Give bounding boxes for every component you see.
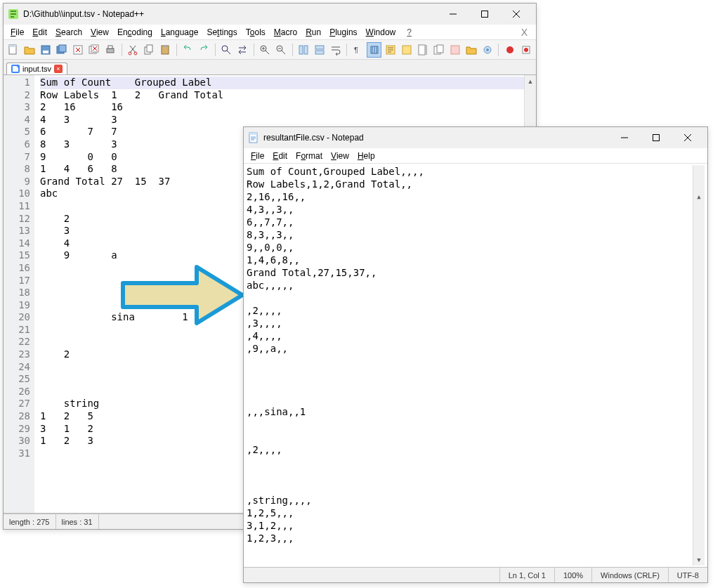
menu-file[interactable]: File xyxy=(8,26,27,39)
svg-rect-28 xyxy=(402,46,411,54)
status-pos: Ln 1, Col 1 xyxy=(499,568,554,582)
menu-help[interactable]: ? xyxy=(404,26,414,39)
close-button[interactable] xyxy=(500,4,532,24)
menu-edit[interactable]: Edit xyxy=(270,150,290,162)
npp-title: D:\Github\\input.tsv - Notepad++ xyxy=(23,9,437,19)
find-icon[interactable] xyxy=(219,42,234,58)
record-icon[interactable] xyxy=(502,42,517,58)
save-all-icon[interactable] xyxy=(55,42,70,58)
print-icon[interactable] xyxy=(103,42,118,58)
cut-icon[interactable] xyxy=(126,42,140,58)
new-file-icon[interactable] xyxy=(6,42,21,58)
menu-view[interactable]: View xyxy=(88,26,112,39)
npp-titlebar[interactable]: D:\Github\\input.tsv - Notepad++ xyxy=(4,4,536,25)
status-charset: UTF-8 xyxy=(668,568,707,582)
menu-tools[interactable]: Tools xyxy=(243,26,268,39)
redo-icon[interactable] xyxy=(197,42,211,58)
doc-list-icon[interactable] xyxy=(431,42,446,58)
monitor-icon[interactable] xyxy=(480,42,495,58)
menu-search[interactable]: Search xyxy=(53,26,85,39)
npp-menubar: File Edit Search View Encoding Language … xyxy=(4,25,536,40)
npp-toolbar: ¶ xyxy=(4,40,536,60)
func-list-icon[interactable] xyxy=(383,42,398,58)
svg-rect-5 xyxy=(43,51,48,53)
status-encoding: Windows (CRLF) xyxy=(591,568,668,582)
svg-rect-41 xyxy=(653,135,659,141)
replace-icon[interactable] xyxy=(235,42,250,58)
folder-tree-icon[interactable] xyxy=(399,42,414,58)
close-file-icon[interactable] xyxy=(71,42,86,58)
svg-rect-23 xyxy=(304,46,308,54)
scroll-up-icon[interactable]: ▲ xyxy=(693,190,705,202)
wrap-icon[interactable] xyxy=(328,42,343,58)
zoom-out-icon[interactable] xyxy=(274,42,289,58)
np-menubar: File Edit Format View Help xyxy=(244,148,707,164)
notepadpp-icon xyxy=(8,8,19,20)
menu-settings[interactable]: Settings xyxy=(204,26,240,39)
menu-run[interactable]: Run xyxy=(303,26,324,39)
tab-close-icon[interactable]: × xyxy=(54,65,63,73)
svg-rect-25 xyxy=(315,51,324,54)
svg-rect-40 xyxy=(249,133,257,135)
np-window-buttons xyxy=(608,128,703,148)
svg-rect-30 xyxy=(426,45,427,55)
svg-rect-33 xyxy=(451,46,459,54)
maximize-button[interactable] xyxy=(640,128,672,148)
svg-point-19 xyxy=(222,46,228,51)
tab-close-x[interactable]: X xyxy=(517,27,532,38)
svg-rect-29 xyxy=(419,45,425,55)
arrow-icon xyxy=(119,263,246,327)
menu-plugins[interactable]: Plugins xyxy=(327,26,360,39)
notepad-icon xyxy=(248,132,259,143)
close-button[interactable] xyxy=(672,128,703,148)
undo-icon[interactable] xyxy=(181,42,195,58)
menu-macro[interactable]: Macro xyxy=(271,26,300,39)
doc-map-icon[interactable] xyxy=(415,42,430,58)
np-text-area[interactable]: Sum of Count,Grouped Label,,,, Row Label… xyxy=(247,165,693,566)
status-lines: lines : 31 xyxy=(56,514,99,529)
npp-window-buttons xyxy=(437,4,532,24)
copy-icon[interactable] xyxy=(142,42,157,58)
svg-point-36 xyxy=(506,46,513,53)
svg-rect-18 xyxy=(163,45,167,47)
menu-format[interactable]: Format xyxy=(293,150,325,162)
menu-language[interactable]: Language xyxy=(158,26,201,39)
menu-file[interactable]: File xyxy=(248,150,267,162)
svg-rect-16 xyxy=(147,45,152,52)
show-all-chars-icon[interactable]: ¶ xyxy=(351,42,365,58)
function-icon[interactable] xyxy=(447,42,462,58)
status-zoom: 100% xyxy=(554,568,591,582)
minimize-button[interactable] xyxy=(437,4,469,24)
svg-rect-7 xyxy=(59,45,66,52)
indent-guide-icon[interactable] xyxy=(367,42,381,58)
menu-help[interactable]: Help xyxy=(355,150,378,162)
svg-rect-24 xyxy=(315,46,324,49)
vertical-scrollbar[interactable]: ▲ ▼ xyxy=(693,165,705,566)
np-titlebar[interactable]: resultantFile.csv - Notepad xyxy=(244,127,707,148)
open-file-icon[interactable] xyxy=(22,42,37,58)
minimize-button[interactable] xyxy=(608,128,640,148)
maximize-button[interactable] xyxy=(469,4,500,24)
paste-icon[interactable] xyxy=(158,42,173,58)
menu-window[interactable]: Window xyxy=(363,26,399,39)
sync-h-icon[interactable] xyxy=(313,42,327,58)
svg-point-38 xyxy=(524,48,528,52)
svg-rect-11 xyxy=(107,48,114,53)
menu-encoding[interactable]: Encoding xyxy=(114,26,155,39)
stop-record-icon[interactable] xyxy=(518,42,533,58)
folder-icon[interactable] xyxy=(464,42,478,58)
file-tab-input-tsv[interactable]: input.tsv × xyxy=(6,63,67,74)
save-icon[interactable] xyxy=(39,42,53,58)
sync-v-icon[interactable] xyxy=(296,42,311,58)
scroll-up-icon[interactable]: ▲ xyxy=(525,75,536,87)
svg-point-35 xyxy=(486,48,489,51)
svg-text:¶: ¶ xyxy=(354,46,358,54)
menu-view[interactable]: View xyxy=(328,150,352,162)
close-all-icon[interactable] xyxy=(87,42,102,58)
np-content[interactable]: Sum of Count,Grouped Label,,,, Row Label… xyxy=(244,164,707,567)
svg-rect-12 xyxy=(108,46,112,48)
file-icon xyxy=(11,65,20,73)
zoom-in-icon[interactable] xyxy=(258,42,273,58)
scroll-down-icon[interactable]: ▼ xyxy=(693,554,705,566)
menu-edit[interactable]: Edit xyxy=(30,26,50,39)
